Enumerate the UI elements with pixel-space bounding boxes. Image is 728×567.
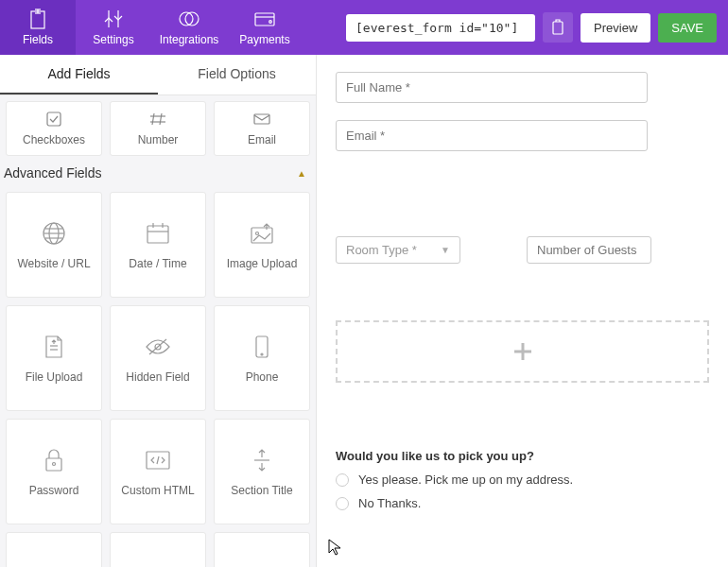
- field-label: Number: [138, 133, 179, 146]
- field-label: Section Title: [231, 484, 292, 497]
- advanced-fields-header[interactable]: Advanced Fields ▲: [0, 156, 316, 186]
- svg-rect-11: [553, 22, 563, 34]
- chevron-down-icon: ▼: [441, 245, 450, 255]
- field-image-upload[interactable]: Image Upload: [214, 192, 310, 298]
- field-address[interactable]: [110, 532, 206, 567]
- nav-fields-label: Fields: [23, 33, 53, 46]
- field-label: Phone: [246, 370, 279, 384]
- svg-point-6: [180, 12, 193, 26]
- drop-zone[interactable]: [336, 320, 709, 383]
- field-custom-html[interactable]: Custom HTML: [110, 419, 206, 524]
- radio-icon: [336, 497, 349, 510]
- globe-icon: [42, 219, 66, 248]
- field-hidden[interactable]: Hidden Field: [110, 305, 206, 411]
- clipboard-icon: [550, 19, 565, 36]
- svg-point-36: [53, 463, 56, 466]
- room-type-select[interactable]: Room Type * ▼: [336, 236, 460, 264]
- field-label: Hidden Field: [126, 370, 189, 384]
- shortcode-display[interactable]: [everest_form id="10"]: [346, 14, 535, 42]
- field-phone[interactable]: Phone: [214, 305, 310, 411]
- advanced-fields-grid: Website / URL Date / Time Image Upload F…: [0, 186, 316, 567]
- svg-point-34: [261, 353, 263, 355]
- lock-icon: [43, 446, 64, 474]
- image-upload-icon: [250, 219, 274, 248]
- radio-icon: [336, 473, 349, 487]
- radio-label: No Thanks.: [358, 496, 421, 510]
- field-checkboxes[interactable]: Checkboxes: [6, 101, 102, 156]
- svg-rect-0: [31, 11, 44, 28]
- field-label: File Upload: [26, 370, 83, 384]
- html-icon: [145, 446, 171, 474]
- top-nav: Fields Settings Integrations Payments: [0, 0, 303, 55]
- svg-line-13: [152, 113, 154, 125]
- svg-rect-33: [256, 336, 268, 357]
- field-email[interactable]: Email: [214, 101, 310, 156]
- room-type-placeholder: Room Type *: [346, 243, 417, 257]
- form-canvas: Room Type * ▼ Would you like us to pick …: [317, 55, 728, 567]
- topbar-right: [everest_form id="10"] Preview SAVE: [335, 0, 728, 55]
- field-website[interactable]: Website / URL: [6, 192, 102, 298]
- chevron-up-icon: ▲: [297, 168, 306, 179]
- field-label: Custom HTML: [121, 484, 194, 497]
- save-button[interactable]: SAVE: [658, 13, 717, 43]
- guests-input[interactable]: [527, 236, 651, 264]
- field-password[interactable]: Password: [6, 419, 102, 524]
- field-label: Date / Time: [129, 257, 186, 270]
- field-signature[interactable]: [6, 532, 102, 567]
- nav-payments-label: Payments: [239, 33, 289, 46]
- row-room-guests: Room Type * ▼: [336, 236, 709, 264]
- nav-integrations-label: Integrations: [160, 33, 219, 46]
- sidebar-tabs: Add Fields Field Options: [0, 55, 316, 95]
- top-bar: Fields Settings Integrations Payments [e…: [0, 0, 728, 55]
- field-section-title[interactable]: Section Title: [214, 419, 310, 524]
- preview-button[interactable]: Preview: [581, 13, 650, 43]
- field-label: Email: [248, 133, 276, 146]
- integrations-icon: [177, 9, 201, 29]
- svg-rect-8: [255, 13, 274, 26]
- field-label: Checkboxes: [23, 133, 85, 146]
- email-input[interactable]: [336, 120, 648, 151]
- tab-add-fields[interactable]: Add Fields: [0, 55, 158, 94]
- svg-line-14: [160, 113, 162, 125]
- svg-point-10: [269, 21, 272, 24]
- field-number[interactable]: Number: [110, 101, 206, 156]
- svg-rect-23: [147, 226, 168, 243]
- field-label: Password: [29, 484, 79, 497]
- copy-shortcode-button[interactable]: [543, 12, 573, 43]
- svg-rect-17: [254, 114, 269, 124]
- section-title: Advanced Fields: [4, 165, 102, 180]
- radio-option-no[interactable]: No Thanks.: [336, 496, 709, 510]
- field-country[interactable]: [214, 532, 310, 567]
- radio-option-yes[interactable]: Yes please. Pick me up on my address.: [336, 472, 709, 487]
- cursor-icon: [328, 539, 341, 556]
- full-name-input[interactable]: [336, 72, 648, 103]
- email-icon: [253, 111, 270, 128]
- fields-icon: [28, 9, 47, 29]
- svg-rect-35: [46, 458, 61, 471]
- plus-icon: [511, 340, 534, 363]
- tab-field-options[interactable]: Field Options: [158, 55, 316, 94]
- payments-icon: [253, 9, 276, 29]
- nav-settings-label: Settings: [93, 33, 133, 46]
- pickup-question: Would you like us to pick you up?: [336, 449, 709, 463]
- number-icon: [150, 111, 165, 128]
- radio-label: Yes please. Pick me up on my address.: [358, 472, 573, 487]
- field-label: Image Upload: [227, 257, 298, 270]
- field-datetime[interactable]: Date / Time: [110, 192, 206, 298]
- nav-integrations[interactable]: Integrations: [151, 0, 227, 55]
- calendar-icon: [146, 219, 170, 248]
- phone-icon: [254, 333, 269, 361]
- file-upload-icon: [43, 333, 64, 361]
- hidden-icon: [144, 333, 172, 361]
- main-area: Add Fields Field Options Checkboxes Numb…: [0, 55, 728, 567]
- fields-sidebar: Add Fields Field Options Checkboxes Numb…: [0, 55, 317, 567]
- field-label: Website / URL: [17, 257, 90, 270]
- section-title-icon: [252, 446, 271, 474]
- checkbox-icon: [46, 111, 61, 128]
- field-file-upload[interactable]: File Upload: [6, 305, 102, 411]
- settings-icon: [103, 9, 124, 29]
- nav-settings[interactable]: Settings: [76, 0, 151, 55]
- nav-fields[interactable]: Fields: [0, 0, 76, 55]
- svg-point-28: [256, 232, 259, 235]
- nav-payments[interactable]: Payments: [227, 0, 303, 55]
